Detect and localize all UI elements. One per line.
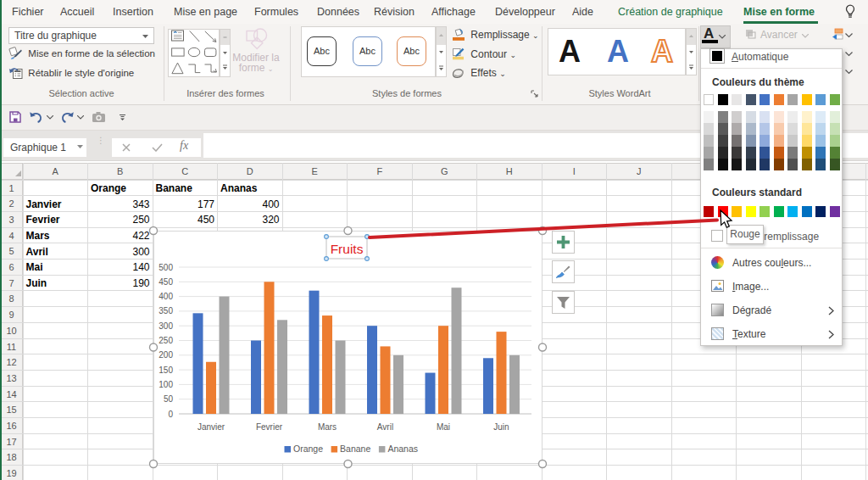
svg-text:Orange: Orange	[293, 444, 323, 454]
svg-text:Mars: Mars	[318, 422, 337, 432]
svg-text:6: 6	[8, 262, 14, 272]
svg-text:Ananas: Ananas	[220, 182, 258, 194]
svg-text:7: 7	[8, 278, 14, 288]
svg-text:350: 350	[159, 306, 173, 315]
svg-text:Juin: Juin	[26, 277, 47, 289]
svg-text:343: 343	[132, 198, 149, 210]
svg-text:177: 177	[198, 198, 214, 210]
svg-text:150: 150	[159, 366, 173, 375]
svg-text:Janvier: Janvier	[198, 422, 225, 432]
svg-text:300: 300	[159, 321, 173, 331]
svg-text:Banane: Banane	[340, 444, 370, 454]
svg-text:13: 13	[6, 373, 16, 383]
svg-text:400: 400	[262, 198, 279, 210]
svg-text:H: H	[506, 166, 513, 176]
svg-text:Ananas: Ananas	[387, 444, 418, 454]
svg-text:Banane: Banane	[156, 182, 193, 194]
svg-text:3: 3	[8, 215, 14, 225]
svg-text:14: 14	[6, 389, 16, 399]
svg-text:J: J	[637, 166, 642, 176]
svg-text:A: A	[53, 166, 59, 176]
svg-text:100: 100	[159, 380, 173, 389]
svg-text:Mars: Mars	[26, 230, 50, 242]
svg-text:17: 17	[6, 437, 16, 447]
svg-text:G: G	[441, 166, 448, 176]
svg-text:B: B	[117, 166, 123, 176]
svg-text:2: 2	[8, 198, 14, 209]
svg-text:Mai: Mai	[26, 261, 43, 273]
svg-text:12: 12	[6, 357, 16, 367]
svg-text:Juin: Juin	[493, 422, 509, 432]
svg-text:250: 250	[159, 336, 173, 345]
svg-text:I: I	[573, 166, 576, 176]
svg-text:200: 200	[159, 350, 173, 360]
svg-text:9: 9	[8, 310, 14, 320]
svg-text:Fevrier: Fevrier	[256, 422, 283, 432]
svg-text:15: 15	[6, 405, 16, 415]
svg-text:400: 400	[159, 292, 173, 301]
svg-text:18: 18	[6, 452, 16, 462]
svg-text:Fevrier: Fevrier	[26, 214, 60, 226]
svg-text:4: 4	[8, 231, 14, 241]
svg-text:Avril: Avril	[26, 246, 48, 258]
svg-text:500: 500	[159, 263, 173, 272]
svg-text:8: 8	[8, 293, 14, 304]
svg-text:Janvier: Janvier	[26, 198, 62, 210]
svg-text:11: 11	[7, 342, 16, 352]
svg-text:450: 450	[159, 277, 173, 287]
svg-text:1: 1	[8, 183, 14, 193]
svg-text:Mai: Mai	[437, 422, 450, 432]
svg-text:D: D	[247, 166, 253, 176]
svg-text:16: 16	[6, 421, 16, 431]
svg-text:Fruits: Fruits	[331, 242, 364, 256]
svg-text:F: F	[376, 166, 382, 176]
svg-text:Orange: Orange	[91, 182, 126, 194]
svg-text:0: 0	[168, 410, 173, 419]
svg-text:Avril: Avril	[377, 422, 393, 432]
svg-text:50: 50	[164, 394, 174, 404]
svg-text:C: C	[181, 166, 188, 176]
svg-text:19: 19	[6, 468, 16, 478]
svg-text:5: 5	[8, 246, 14, 256]
svg-text:E: E	[312, 166, 318, 176]
svg-text:10: 10	[6, 326, 16, 336]
